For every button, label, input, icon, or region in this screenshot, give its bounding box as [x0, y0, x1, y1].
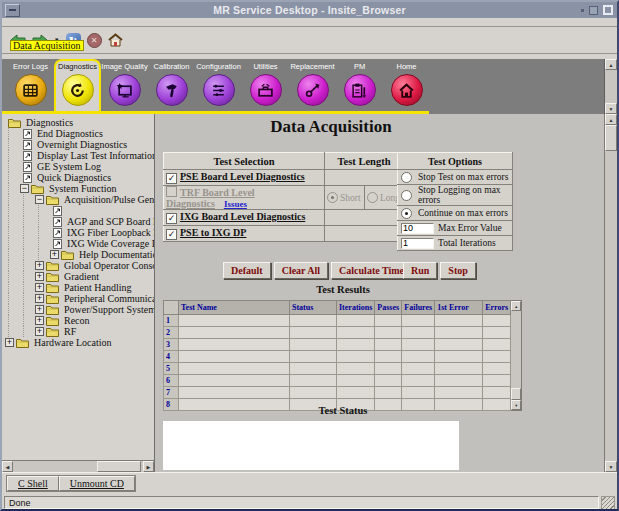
calculate-time-button[interactable]: Calculate Time	[331, 262, 412, 279]
results-scroll-thumb[interactable]	[511, 388, 521, 400]
collapse-icon[interactable]: −	[35, 195, 44, 204]
tree-scroll-thumb[interactable]	[97, 461, 141, 472]
checkbox-pse-to-ixg-dp[interactable]: ✓	[166, 229, 177, 240]
tree-item-hardware-location[interactable]: +Hardware Location	[5, 337, 154, 348]
max-error-value-input[interactable]	[401, 223, 434, 234]
radio-stop-test-on-max-errors[interactable]	[401, 172, 412, 183]
collapse-icon[interactable]: −	[20, 184, 29, 193]
tree-item-diagnostics[interactable]: Diagnostics	[5, 117, 154, 128]
tree-item-global-operator-console[interactable]: +Global Operator Console	[5, 260, 154, 271]
content-scrollbar[interactable]: ▲ ▼	[604, 114, 617, 472]
tree-item-display-last-test-information[interactable]: Display Last Test Information	[5, 150, 154, 161]
stop-button[interactable]: Stop	[440, 262, 475, 279]
window-minimize-button[interactable]	[589, 6, 598, 15]
tab-scroll-up-arrow[interactable]: ▲	[605, 59, 617, 70]
run-button[interactable]: Run	[403, 262, 437, 279]
results-cell	[337, 327, 375, 339]
document-icon	[23, 173, 32, 183]
total-iterations-input[interactable]	[401, 238, 434, 249]
checkbox-pse-board-level-diagnostics[interactable]: ✓	[166, 173, 177, 184]
tree-item-power-support-systems[interactable]: +Power/Support Systems	[5, 304, 154, 315]
stop-load-icon[interactable]: ✕	[87, 33, 102, 48]
expand-icon[interactable]: +	[50, 250, 59, 259]
tree-item-quick-diagnostics[interactable]: Quick Diagnostics	[5, 172, 154, 183]
tree-item-acquisition-pulse-generatio[interactable]: −Acquisition/Pulse Generatio	[5, 194, 154, 205]
resize-grip[interactable]	[601, 496, 615, 510]
document-icon	[23, 140, 32, 150]
tab-utilities[interactable]: Utilities	[242, 59, 289, 111]
test-results-heading: Test Results	[163, 284, 523, 295]
radio-stop-logging-on-max-errors[interactable]	[401, 190, 412, 201]
tab-diagnostics[interactable]: Diagnostics	[54, 59, 101, 111]
tree-item-data-acquisition[interactable]: Data Acquisition	[5, 205, 154, 216]
tree-scroll-right-arrow[interactable]: ▶	[143, 461, 154, 472]
test-status-heading: Test Status	[163, 405, 523, 416]
tab-calibration[interactable]: Calibration	[148, 59, 195, 111]
content-scroll-down-arrow[interactable]: ▼	[605, 461, 617, 472]
content-scroll-up-arrow[interactable]: ▲	[605, 114, 617, 125]
tree-item-end-diagnostics[interactable]: End Diagnostics	[5, 128, 154, 139]
expand-icon[interactable]: +	[35, 316, 44, 325]
results-cell	[435, 351, 483, 363]
content-scroll-thumb[interactable]	[605, 125, 617, 151]
tree-item-agp-and-scp-board-level[interactable]: AGP and SCP Board Level	[5, 216, 154, 227]
expand-icon[interactable]: +	[35, 272, 44, 281]
tree-item-ixg-fiber-loopback-diagn[interactable]: IXG Fiber Loopback Diagn	[5, 227, 154, 238]
tab-strip-tabs: Error LogsDiagnosticsImage QualityCalibr…	[7, 59, 617, 111]
tree-item-peripheral-communications[interactable]: +Peripheral Communications	[5, 293, 154, 304]
tab-home[interactable]: Home	[383, 59, 430, 111]
tree-guide	[23, 271, 35, 282]
tree-item-recon[interactable]: +Recon	[5, 315, 154, 326]
tab-configuration[interactable]: Configuration	[195, 59, 242, 111]
tree-item-help-documentation[interactable]: +Help Documentation	[5, 249, 154, 260]
tab-image-quality[interactable]: Image Quality	[101, 59, 148, 111]
content-panel: Data Acquisition Test Selection Test Len…	[155, 114, 604, 472]
expand-icon[interactable]: +	[35, 327, 44, 336]
tree-guide	[23, 315, 35, 326]
tree-item-gradient[interactable]: +Gradient	[5, 271, 154, 282]
home-icon[interactable]	[108, 33, 123, 47]
expand-icon[interactable]: +	[35, 305, 44, 314]
checkbox-trf-board-level-diagnostics[interactable]	[166, 186, 177, 197]
tab-strip-scrollbar[interactable]: ▲ ▼	[604, 59, 617, 114]
window-maximize-button[interactable]	[603, 5, 613, 15]
results-column-1st-error: 1st Error	[435, 301, 483, 315]
length-option-short[interactable]: Short	[325, 186, 364, 209]
expand-icon[interactable]: +	[35, 294, 44, 303]
radio-long[interactable]	[367, 192, 378, 203]
tree-item-rf[interactable]: +RF	[5, 326, 154, 337]
checkbox-ixg-board-level-diagnostics[interactable]: ✓	[166, 213, 177, 224]
results-cell	[337, 387, 375, 399]
tree-item-overnight-diagnostics[interactable]: Overnight Diagnostics	[5, 139, 154, 150]
issues-link[interactable]: Issues	[224, 199, 247, 209]
tree-item-ge-system-log[interactable]: GE System Log	[5, 161, 154, 172]
results-scroll-up-arrow[interactable]: ▲	[511, 301, 521, 311]
tree-scroll-left-arrow[interactable]: ◀	[2, 461, 13, 472]
tab-scroll-down-arrow[interactable]: ▼	[605, 103, 617, 114]
results-cell	[290, 363, 337, 375]
tree-item-patient-handling[interactable]: +Patient Handling	[5, 282, 154, 293]
tab-error-logs[interactable]: Error Logs	[7, 59, 54, 111]
title-bar[interactable]: MR Service Desktop - Insite_Browser	[2, 2, 617, 18]
tree-guide	[8, 249, 20, 260]
results-scrollbar[interactable]: ▲ ▼	[511, 300, 522, 411]
unmount-cd-button[interactable]: Unmount CD	[59, 476, 135, 491]
tab-pm[interactable]: PM	[336, 59, 383, 111]
clear-all-button[interactable]: Clear All	[274, 262, 328, 279]
tree-item-ixg-wide-coverage-diagno[interactable]: IXG Wide Coverage Diagno	[5, 238, 154, 249]
window-menu-button[interactable]	[5, 4, 20, 17]
results-row-number: 4	[164, 351, 179, 363]
expand-icon[interactable]: +	[35, 261, 44, 270]
radio-continue-on-max-errors[interactable]	[401, 208, 412, 219]
c-shell-button[interactable]: C Shell	[7, 476, 59, 491]
tab-replacement[interactable]: Replacement	[289, 59, 336, 111]
expand-icon[interactable]: +	[5, 338, 14, 347]
expand-icon[interactable]: +	[35, 283, 44, 292]
tree-item-system-function[interactable]: −System Function	[5, 183, 154, 194]
results-cell	[290, 375, 337, 387]
tree-guide	[23, 260, 35, 271]
tree-horizontal-scrollbar[interactable]: ◀ ▶	[2, 460, 154, 472]
default-button[interactable]: Default	[223, 262, 271, 279]
radio-short[interactable]	[327, 192, 338, 203]
tab-strip: Error LogsDiagnosticsImage QualityCalibr…	[2, 59, 617, 114]
